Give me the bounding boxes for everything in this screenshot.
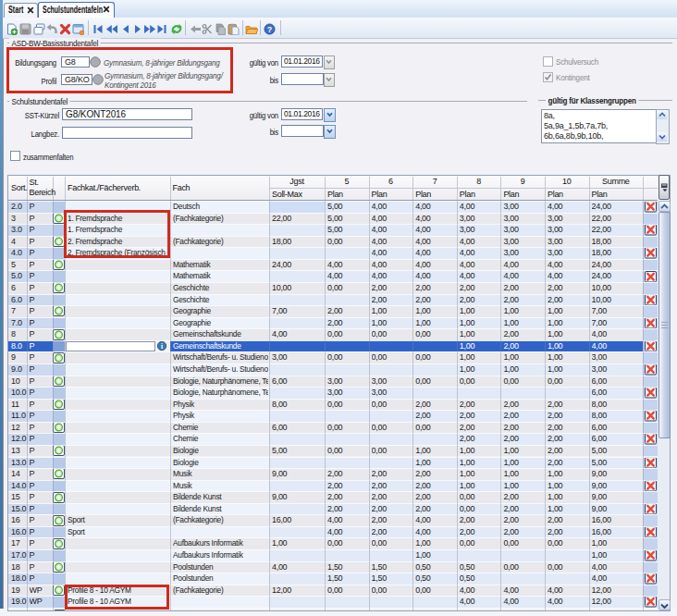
svg-text:i: i [161, 342, 163, 351]
svg-text:?: ? [266, 24, 272, 33]
